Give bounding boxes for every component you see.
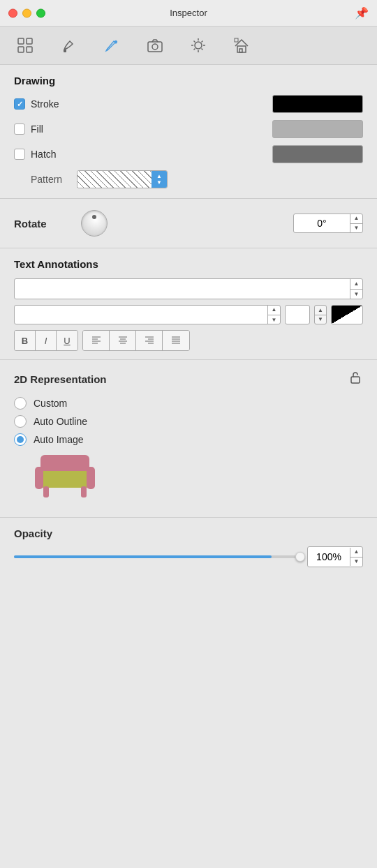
text-main-stepper[interactable]: ▲ ▼ [350,279,362,299]
camera-icon [145,36,165,55]
pin-icon[interactable]: 📌 [355,6,369,20]
italic-button[interactable]: I [36,331,57,350]
opacity-section: Opacity ▲ ▼ [0,518,377,581]
pattern-swatch[interactable]: ▲ ▼ [77,170,168,188]
svg-rect-35 [351,377,360,383]
bold-button[interactable]: B [15,331,36,350]
svg-rect-3 [27,47,32,52]
svg-point-6 [152,44,158,50]
align-left-icon [91,336,102,345]
rotate-stepper[interactable]: ▲ ▼ [350,214,362,232]
toolbar [0,27,377,65]
radio-auto-image-row: Auto Image [14,433,363,446]
text-color-swatch[interactable] [331,305,363,324]
align-justify-icon [170,336,182,345]
chair-svg [34,451,96,507]
text-align-group [82,330,190,351]
svg-rect-2 [18,47,24,52]
tab-house[interactable] [223,31,260,60]
svg-rect-36 [40,455,89,472]
pattern-hatch-preview [77,171,151,188]
svg-rect-40 [43,486,49,497]
svg-point-7 [195,42,202,49]
maximize-button[interactable] [36,8,45,17]
font-size-stepper[interactable]: ▲ ▼ [267,305,280,324]
opacity-slider-track[interactable] [14,555,300,558]
align-center-icon [117,336,128,345]
svg-line-15 [202,41,203,43]
svg-rect-0 [18,38,24,44]
tab-sun[interactable] [180,31,216,60]
text-main-input-row: ▲ ▼ [14,278,363,299]
opacity-input[interactable] [308,547,350,567]
rotate-input[interactable] [294,214,350,232]
fill-row: Fill [14,120,363,138]
radio-auto-outline-label: Auto Outline [34,416,87,427]
tab-grid[interactable] [7,31,43,60]
svg-rect-5 [148,42,162,52]
align-left-button[interactable] [83,331,110,350]
svg-rect-38 [35,467,43,489]
hatch-checkbox[interactable] [14,149,25,160]
text-format-group: B I U [14,330,78,351]
close-button[interactable] [8,8,17,17]
opacity-stepper[interactable]: ▲ ▼ [350,548,362,566]
opacity-input-wrap: ▲ ▼ [307,546,363,567]
pattern-stepper[interactable]: ▲ ▼ [151,170,167,188]
svg-line-14 [194,49,195,50]
svg-rect-17 [239,49,242,52]
font-selector-input[interactable] [15,310,267,320]
align-justify-button[interactable] [163,331,189,350]
radio-custom[interactable] [14,397,27,410]
stroke-color-swatch[interactable] [272,95,363,113]
fill-checkbox[interactable] [14,124,25,135]
font-row: ▲ ▼ ▲ ▼ [14,305,363,324]
rotate-label: Rotate [14,218,70,230]
representation-header: 2D Representation [14,370,363,389]
opacity-slider-thumb[interactable] [295,552,305,562]
sun-icon [188,36,208,55]
svg-rect-4 [64,50,66,52]
minimize-button[interactable] [22,8,31,17]
svg-line-12 [194,41,195,43]
align-center-button[interactable] [110,331,136,350]
pattern-row: Pattern ▲ ▼ [14,170,363,188]
svg-rect-1 [27,38,32,44]
radio-custom-label: Custom [34,398,67,409]
radio-auto-outline-row: Auto Outline [14,415,363,428]
chair-preview [34,451,96,507]
radio-auto-outline[interactable] [14,415,27,428]
hatch-color-swatch[interactable] [272,145,363,163]
stroke-checkbox[interactable] [14,98,25,110]
radio-auto-image-label: Auto Image [34,434,84,445]
tab-pencil[interactable] [94,31,130,60]
rotate-dial[interactable] [81,210,108,237]
font-color-swatch-white[interactable] [285,305,310,324]
font-selector-wrap: ▲ ▼ [14,305,281,324]
font-color-stepper[interactable]: ▲ ▼ [314,305,327,324]
align-right-button[interactable] [136,331,163,350]
stroke-label: Stroke [14,98,77,110]
pencil-icon [102,36,121,55]
svg-rect-41 [81,486,87,497]
underline-button[interactable]: U [57,331,77,350]
radio-custom-row: Custom [14,397,363,410]
tab-brush[interactable] [50,31,87,60]
opacity-label: Opacity [14,527,363,539]
radio-auto-image[interactable] [14,433,27,446]
stroke-row: Stroke [14,95,363,113]
traffic-lights [8,8,45,17]
pattern-label: Pattern [14,174,77,185]
drawing-title: Drawing [14,75,363,87]
svg-rect-18 [235,38,238,42]
lock-icon[interactable] [348,370,363,389]
text-main-input[interactable] [15,279,350,299]
svg-rect-37 [39,471,91,488]
format-row: B I U [14,330,363,351]
tab-camera[interactable] [137,31,173,60]
house-icon [232,36,251,55]
drawing-section: Drawing Stroke Fill Hatch Pattern [0,65,377,199]
fill-color-swatch[interactable] [272,120,363,138]
titlebar: Inspector 📌 [0,0,377,27]
text-annotations-section: Text Annotations ▲ ▼ ▲ ▼ ▲ ▼ B [0,248,377,360]
